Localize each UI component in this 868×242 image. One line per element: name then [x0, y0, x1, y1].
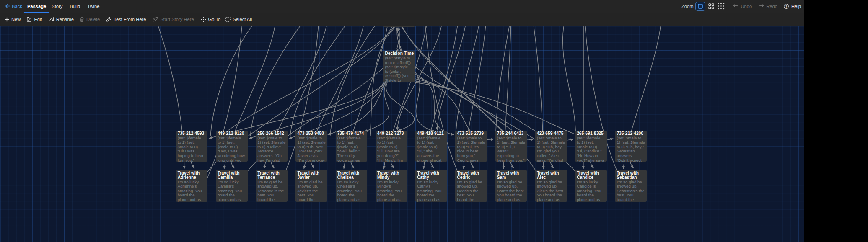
svg-text:?: ?: [785, 5, 788, 8]
